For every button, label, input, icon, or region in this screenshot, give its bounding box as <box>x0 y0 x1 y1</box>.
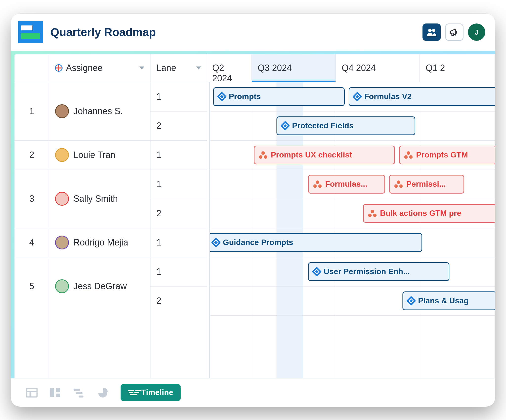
chart-view-icon[interactable] <box>97 388 109 398</box>
lane-column: Lane 12112112 <box>150 54 207 378</box>
timeline-bar[interactable]: Prompts GTM <box>399 146 495 164</box>
gantt-view-icon[interactable] <box>73 388 85 398</box>
cluster-icon <box>259 151 267 159</box>
timeline-bar[interactable]: Prompts <box>213 87 345 106</box>
main-area: Q2 2024Q3 2024Q4 2024Q1 2 PromptsFormula… <box>11 51 495 378</box>
share-button[interactable] <box>422 23 441 41</box>
assignee-cell[interactable]: Johannes S. <box>49 82 150 140</box>
announce-button[interactable] <box>445 23 464 41</box>
svg-rect-6 <box>56 388 60 392</box>
cluster-icon <box>404 151 413 159</box>
timeline-bar[interactable]: Permissi... <box>389 175 464 194</box>
timeline-column: Q2 2024Q3 2024Q4 2024Q1 2 PromptsFormula… <box>207 54 495 378</box>
timeline-icon <box>128 389 137 396</box>
chevron-down-icon <box>196 66 201 69</box>
assignee-cell[interactable]: Rodrigo Mejia <box>49 228 150 257</box>
svg-rect-10 <box>79 396 84 398</box>
row-number: 3 <box>15 170 49 228</box>
assignee-column: Assignee Johannes S.Louie TranSally Smit… <box>49 54 150 378</box>
person-avatar <box>55 236 69 249</box>
bar-label: Prompts UX checklist <box>271 150 352 159</box>
timeline-bar[interactable]: Protected Fields <box>276 116 415 135</box>
lane-cell[interactable]: 1 <box>150 228 207 257</box>
timeline-bar[interactable]: Plans & Usag <box>402 291 495 310</box>
assignee-cell[interactable]: Louie Tran <box>49 140 150 170</box>
logo-icon <box>18 21 43 43</box>
person-avatar <box>55 192 69 206</box>
assignee-name: Sally Smith <box>73 194 118 204</box>
lane-header-label: Lane <box>156 63 176 73</box>
row-number-column: 12345 <box>15 54 49 378</box>
timeline-grid: Q2 2024Q3 2024Q4 2024Q1 2 PromptsFormula… <box>14 54 495 378</box>
svg-rect-7 <box>56 394 60 397</box>
quarter-header[interactable]: Q4 2024 <box>336 54 420 82</box>
assignee-name: Jess DeGraw <box>73 281 127 291</box>
view-switcher: Timeline <box>11 378 495 407</box>
assignee-name: Johannes S. <box>73 106 123 116</box>
svg-rect-5 <box>50 388 54 397</box>
diamond-icon <box>211 238 221 247</box>
timeline-bar[interactable]: Guidance Prompts <box>207 233 422 252</box>
diamond-icon <box>280 121 290 131</box>
cluster-icon <box>394 180 403 188</box>
topbar: Quarterly Roadmap J <box>11 14 495 51</box>
timeline-bar[interactable]: Formulas V2 <box>349 87 495 106</box>
diamond-icon <box>406 296 416 306</box>
timeline-body[interactable]: PromptsFormulas V2Protected FieldsPrompt… <box>207 82 495 378</box>
timeline-bar[interactable]: Formulas... <box>308 175 385 194</box>
lane-header[interactable]: Lane <box>150 54 207 82</box>
table-view-icon[interactable] <box>26 388 38 398</box>
row-number: 1 <box>15 82 49 140</box>
svg-rect-9 <box>76 392 83 394</box>
lane-cell[interactable]: 1 <box>150 170 207 199</box>
lane-cell[interactable]: 2 <box>150 199 207 228</box>
bar-label: Formulas V2 <box>364 92 412 101</box>
lane-cell[interactable]: 1 <box>150 82 207 111</box>
diamond-icon <box>312 267 322 277</box>
bar-label: Protected Fields <box>292 121 354 130</box>
cluster-icon <box>368 210 377 217</box>
board-view-icon[interactable] <box>49 388 61 398</box>
svg-rect-8 <box>74 389 80 391</box>
svg-point-1 <box>432 29 435 32</box>
assignee-header[interactable]: Assignee <box>49 54 150 82</box>
assignee-cell[interactable]: Sally Smith <box>49 170 150 228</box>
megaphone-icon <box>449 28 459 37</box>
timeline-header: Q2 2024Q3 2024Q4 2024Q1 2 <box>207 54 495 82</box>
svg-rect-2 <box>26 388 37 397</box>
lane-cell[interactable]: 2 <box>150 111 207 140</box>
quarter-header[interactable]: Q1 2 <box>420 54 495 82</box>
assignee-name: Louie Tran <box>73 150 115 160</box>
row-number: 4 <box>15 228 49 257</box>
row-number: 2 <box>15 140 49 170</box>
globe-icon <box>55 64 63 72</box>
bar-label: Formulas... <box>325 179 367 189</box>
person-avatar <box>55 279 69 293</box>
lane-cell[interactable]: 1 <box>150 140 207 170</box>
row-number-header <box>15 54 49 82</box>
lane-cell[interactable]: 2 <box>150 286 207 315</box>
diamond-icon <box>217 92 227 102</box>
bar-label: Plans & Usag <box>418 296 469 305</box>
timeline-bar[interactable]: User Permission Enh... <box>308 262 449 281</box>
app-window: Quarterly Roadmap J <box>11 14 495 407</box>
bar-label: Permissi... <box>406 179 446 189</box>
assignee-cell[interactable]: Jess DeGraw <box>49 257 150 315</box>
timeline-bar[interactable]: Prompts UX checklist <box>254 146 395 164</box>
chevron-down-icon <box>139 66 144 69</box>
topbar-actions: J <box>422 23 485 41</box>
lane-cell[interactable]: 1 <box>150 257 207 286</box>
user-avatar[interactable]: J <box>468 23 485 41</box>
cluster-icon <box>313 180 322 188</box>
quarter-header[interactable]: Q2 2024 <box>207 54 252 82</box>
bar-label: Prompts <box>229 92 261 101</box>
timeline-view-button[interactable]: Timeline <box>121 384 181 401</box>
bar-label: Prompts GTM <box>416 150 468 159</box>
quarter-header[interactable]: Q3 2024 <box>252 54 336 82</box>
timeline-bar[interactable]: Bulk actions GTM pre <box>363 204 495 223</box>
person-avatar <box>55 104 69 118</box>
page-title: Quarterly Roadmap <box>50 25 415 39</box>
svg-point-0 <box>428 29 432 32</box>
row-number: 5 <box>15 257 49 315</box>
person-avatar <box>55 148 69 162</box>
